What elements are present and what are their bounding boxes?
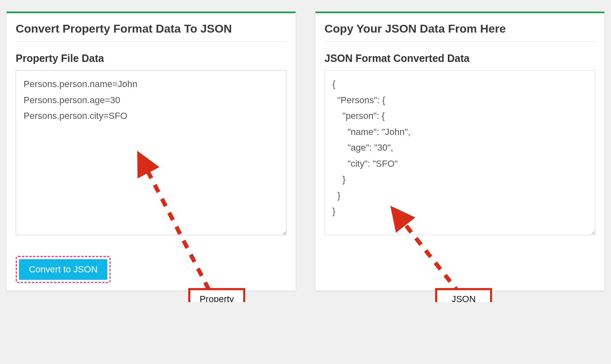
property-file-textarea[interactable] [16, 70, 287, 235]
input-panel: Convert Property Format Data To JSON Pro… [7, 12, 296, 291]
convert-to-json-button[interactable]: Convert to JSON [19, 259, 107, 280]
input-panel-subtitle: Property File Data [16, 52, 287, 64]
json-data-annotation: JSONData [435, 288, 492, 302]
input-panel-title: Convert Property Format Data To JSON [16, 22, 287, 42]
output-panel: Copy Your JSON Data From Here JSON Forma… [315, 12, 604, 291]
convert-button-highlight: Convert to JSON [16, 256, 111, 283]
output-panel-title: Copy Your JSON Data From Here [324, 22, 595, 42]
json-output-textarea[interactable] [324, 70, 595, 235]
output-panel-subtitle: JSON Format Converted Data [324, 52, 595, 64]
property-file-annotation: PropertyFile Data [188, 288, 245, 302]
